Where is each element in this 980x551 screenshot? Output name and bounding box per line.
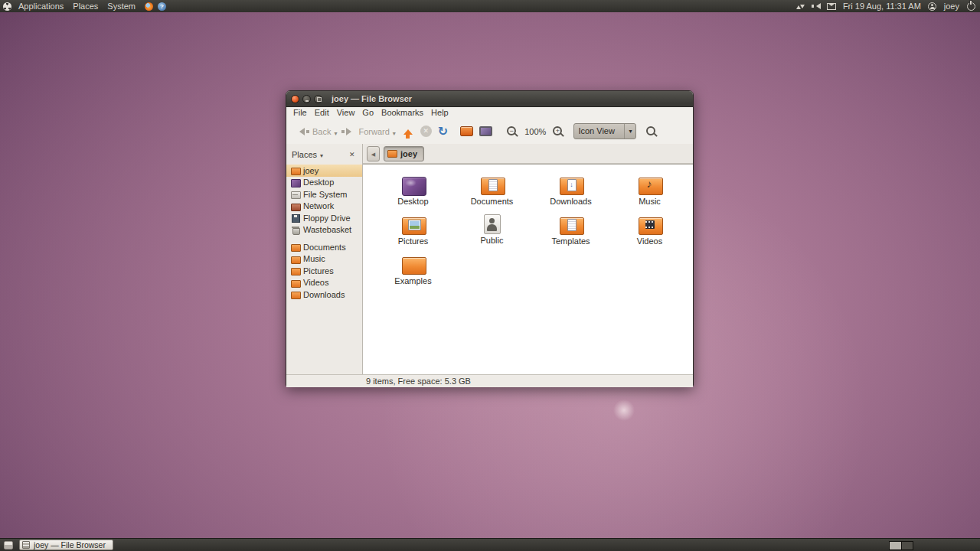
workspace-switcher[interactable] <box>889 541 913 550</box>
file-public[interactable]: Public <box>452 214 531 254</box>
file-label: Music <box>639 197 661 206</box>
help-launcher-icon[interactable] <box>158 2 166 11</box>
power-icon[interactable] <box>967 2 975 11</box>
desktop-icon <box>400 174 426 195</box>
folder-icon <box>291 266 300 275</box>
file-label: Documents <box>471 197 514 206</box>
titlebar[interactable]: joey — File Browser <box>286 91 693 107</box>
folder-icon <box>291 243 300 251</box>
sidebar-item-floppy-drive[interactable]: Floppy Drive <box>286 212 362 224</box>
file-templates[interactable]: Templates <box>531 214 610 254</box>
minimize-window-button[interactable] <box>302 95 311 103</box>
menu-help[interactable]: Help <box>427 107 452 119</box>
clock[interactable]: Fri 19 Aug, 11:31 AM <box>843 2 921 11</box>
desktop-icon <box>291 178 300 187</box>
combobox-arrow-icon[interactable] <box>624 124 635 139</box>
sidebar-item-joey[interactable]: joey <box>286 165 362 177</box>
panel-indicators: Fri 19 Aug, 11:31 AM joey <box>796 2 980 11</box>
downloads-folder-icon <box>558 174 584 195</box>
zoom-out-icon <box>506 126 518 138</box>
folder-icon <box>291 166 300 174</box>
desktop: Applications Places System Fri 19 Aug, 1… <box>0 0 980 551</box>
back-dropdown-icon[interactable] <box>334 125 337 139</box>
sidebar-item-desktop[interactable]: Desktop <box>286 177 362 189</box>
sidebar-item-network[interactable]: Network <box>286 201 362 213</box>
reload-button[interactable] <box>435 122 451 142</box>
stop-button[interactable] <box>417 122 435 142</box>
toolbar: Back Forward 100% Icon View <box>286 119 693 144</box>
window-body: Places joey Desktop File System <box>286 144 693 374</box>
firefox-launcher-icon[interactable] <box>145 2 153 11</box>
search-button[interactable] <box>642 122 661 142</box>
forward-button[interactable]: Forward <box>340 122 398 142</box>
network-icon <box>291 202 300 210</box>
computer-button[interactable] <box>476 122 495 142</box>
up-button[interactable] <box>399 122 417 142</box>
back-button[interactable]: Back <box>292 122 340 142</box>
maximize-window-button[interactable] <box>314 95 322 103</box>
menu-view[interactable]: View <box>333 107 359 119</box>
zoom-in-button[interactable] <box>549 122 567 142</box>
taskbar-window-button[interactable]: joey — File Browser <box>19 540 113 550</box>
folder-icon <box>291 290 300 298</box>
path-scroll-left-button[interactable] <box>367 146 380 161</box>
show-desktop-icon[interactable] <box>4 541 13 549</box>
chevron-down-icon[interactable] <box>317 150 323 159</box>
file-videos[interactable]: Videos <box>610 214 689 254</box>
close-window-button[interactable] <box>291 95 299 103</box>
sidebar-item-pictures[interactable]: Pictures <box>286 265 362 277</box>
ubuntu-logo-icon[interactable] <box>3 2 11 11</box>
network-updown-icon[interactable] <box>796 2 805 10</box>
file-downloads[interactable]: Downloads <box>531 174 610 214</box>
sidebar-item-videos[interactable]: Videos <box>286 277 362 289</box>
file-pictures[interactable]: Pictures <box>374 214 452 254</box>
window-title: joey — File Browser <box>332 94 412 103</box>
menu-file[interactable]: File <box>289 107 311 119</box>
examples-folder-icon <box>400 254 426 275</box>
content-column: joey Desktop Documents <box>363 144 693 374</box>
zoom-in-icon <box>552 126 564 138</box>
file-examples[interactable]: Examples <box>374 254 452 294</box>
file-documents[interactable]: Documents <box>452 174 531 214</box>
reload-icon <box>438 125 448 139</box>
documents-folder-icon <box>479 174 505 195</box>
search-icon <box>645 126 658 138</box>
menu-edit[interactable]: Edit <box>311 107 333 119</box>
sidebar-header-label[interactable]: Places <box>292 150 317 159</box>
file-label: Templates <box>551 236 590 246</box>
workspace-1[interactable] <box>890 542 901 549</box>
zoom-out-button[interactable] <box>503 122 521 142</box>
sidebar-item-file-system[interactable]: File System <box>286 188 362 201</box>
workspace-2[interactable] <box>901 542 913 549</box>
folder-icon <box>291 279 300 287</box>
username-label[interactable]: joey <box>943 2 960 11</box>
sidebar-close-icon[interactable] <box>349 151 357 158</box>
sidebar-item-documents[interactable]: Documents <box>286 241 362 253</box>
view-mode-combobox[interactable]: Icon View <box>573 123 636 139</box>
file-desktop[interactable]: Desktop <box>374 174 452 214</box>
menu-bookmarks[interactable]: Bookmarks <box>377 107 427 119</box>
status-text: 9 items, Free space: 5.3 GB <box>366 377 471 386</box>
file-view[interactable]: Desktop Documents Downloads Music <box>363 164 693 374</box>
menu-system[interactable]: System <box>103 0 140 12</box>
forward-label: Forward <box>358 127 389 136</box>
file-label: Downloads <box>550 197 591 206</box>
menu-applications[interactable]: Applications <box>14 0 68 12</box>
forward-dropdown-icon[interactable] <box>393 125 396 139</box>
home-button[interactable] <box>457 122 476 142</box>
breadcrumb-label: joey <box>400 149 417 158</box>
location-bar: joey <box>363 144 693 164</box>
menu-go[interactable]: Go <box>358 107 377 119</box>
sidebar-item-music[interactable]: Music <box>286 253 362 266</box>
menu-places[interactable]: Places <box>68 0 103 12</box>
sidebar-item-label: joey <box>303 166 318 175</box>
menubar: File Edit View Go Bookmarks Help <box>286 107 693 119</box>
sidebar-item-downloads[interactable]: Downloads <box>286 289 362 301</box>
computer-icon <box>479 126 492 136</box>
breadcrumb-joey[interactable]: joey <box>384 146 424 161</box>
file-music[interactable]: Music <box>610 174 689 214</box>
user-switcher-icon[interactable] <box>928 2 936 11</box>
sidebar-item-wastebasket[interactable]: Wastebasket <box>286 224 362 236</box>
volume-icon[interactable] <box>812 2 820 10</box>
mail-indicator-icon[interactable] <box>827 3 836 10</box>
